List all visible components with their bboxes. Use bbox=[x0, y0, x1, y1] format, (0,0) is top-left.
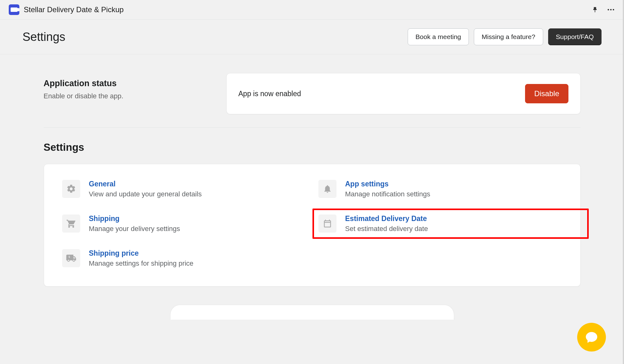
settings-item-title: Estimated Delivery Date bbox=[345, 214, 428, 223]
settings-item-title: General bbox=[89, 180, 202, 188]
settings-item-description: Manage notification settings bbox=[345, 190, 430, 198]
scrollbar[interactable] bbox=[623, 0, 624, 364]
cart-icon bbox=[62, 214, 80, 233]
bell-icon bbox=[318, 180, 337, 198]
app-status-card: App is now enabled Disable bbox=[226, 73, 581, 114]
page-title: Settings bbox=[22, 30, 65, 44]
gear-icon bbox=[62, 180, 80, 198]
settings-item-description: Manage your delivery settings bbox=[89, 225, 180, 233]
svg-point-2 bbox=[613, 9, 614, 11]
settings-item-title: Shipping bbox=[89, 214, 180, 223]
app-top-bar: Stellar Delivery Date & Pickup bbox=[0, 0, 624, 20]
missing-feature-button[interactable]: Missing a feature? bbox=[474, 28, 543, 45]
main-content: Application status Enable or disable the… bbox=[0, 54, 624, 320]
delivery-truck-icon: $ bbox=[62, 249, 80, 267]
settings-item-description: Manage settings for shipping price bbox=[89, 259, 194, 268]
page-header: Settings Book a meeting Missing a featur… bbox=[0, 20, 624, 54]
settings-grid: General View and update your general det… bbox=[44, 164, 581, 287]
calendar-icon bbox=[318, 214, 337, 233]
app-status-heading: Application status bbox=[44, 79, 226, 88]
app-status-text: App is now enabled bbox=[238, 90, 301, 98]
chat-fab-button[interactable] bbox=[577, 323, 606, 352]
settings-item-general[interactable]: General View and update your general det… bbox=[62, 180, 306, 198]
svg-text:$: $ bbox=[68, 255, 70, 258]
app-name: Stellar Delivery Date & Pickup bbox=[24, 5, 124, 14]
app-status-description: Enable or disable the app. bbox=[44, 92, 226, 100]
settings-item-description: Set estimated delivery date bbox=[345, 225, 428, 233]
settings-item-shipping-price[interactable]: $ Shipping price Manage settings for shi… bbox=[62, 249, 306, 268]
disable-button[interactable]: Disable bbox=[525, 84, 568, 103]
support-faq-button[interactable]: Support/FAQ bbox=[548, 28, 602, 45]
pin-icon[interactable] bbox=[592, 6, 598, 13]
settings-item-title: App settings bbox=[345, 180, 430, 188]
more-icon[interactable] bbox=[607, 5, 615, 14]
settings-item-description: View and update your general details bbox=[89, 190, 202, 198]
svg-point-0 bbox=[608, 9, 609, 11]
footer-pill bbox=[170, 305, 454, 320]
settings-section-heading: Settings bbox=[44, 141, 581, 153]
settings-item-title: Shipping price bbox=[89, 249, 194, 258]
settings-item-app-settings[interactable]: App settings Manage notification setting… bbox=[318, 180, 562, 198]
settings-item-estimated-delivery[interactable]: Estimated Delivery Date Set estimated de… bbox=[318, 214, 562, 233]
book-meeting-button[interactable]: Book a meeting bbox=[408, 28, 469, 45]
app-logo-icon bbox=[9, 4, 19, 15]
app-status-section: Application status Enable or disable the… bbox=[44, 72, 581, 128]
svg-point-1 bbox=[610, 9, 612, 11]
settings-item-shipping[interactable]: Shipping Manage your delivery settings bbox=[62, 214, 306, 233]
